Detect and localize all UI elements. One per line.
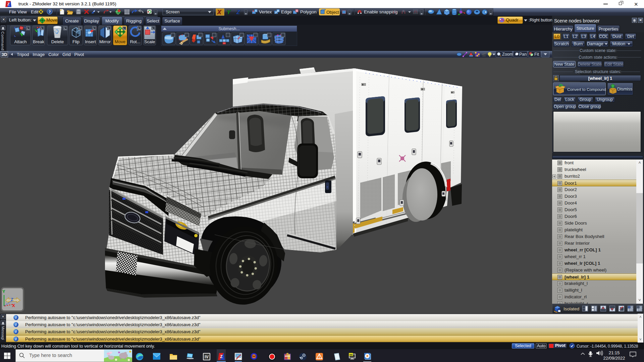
svg-text:Z: Z bbox=[236, 9, 240, 15]
svg-text:Zoom: Zoom bbox=[502, 52, 513, 57]
svg-text:IV: IV bbox=[205, 355, 208, 359]
svg-text:Vertex: Vertex bbox=[259, 9, 272, 14]
svg-text:Z: Z bbox=[7, 2, 10, 6]
svg-text:Polygon: Polygon bbox=[300, 9, 317, 14]
svg-text:?: ? bbox=[49, 10, 51, 14]
svg-text:Enable snapping: Enable snapping bbox=[364, 9, 398, 14]
svg-text:Pan: Pan bbox=[519, 52, 527, 57]
svg-text:Edge: Edge bbox=[281, 9, 292, 14]
svg-text:Y: Y bbox=[227, 9, 231, 15]
svg-text:Isolated: Isolated bbox=[564, 306, 579, 311]
svg-text:Z: Z bbox=[220, 354, 222, 359]
svg-text:X: X bbox=[12, 303, 15, 308]
svg-text:99: 99 bbox=[350, 353, 353, 356]
svg-text:rr: rr bbox=[327, 186, 328, 188]
svg-text:Object: Object bbox=[326, 10, 339, 15]
svg-text:Y: Y bbox=[2, 289, 5, 294]
svg-text:X: X bbox=[217, 9, 222, 15]
svg-text:+: + bbox=[628, 306, 630, 309]
svg-text:22/09/2022: 22/09/2022 bbox=[603, 356, 625, 361]
svg-text:Screen: Screen bbox=[166, 9, 179, 14]
svg-text:Fit: Fit bbox=[534, 52, 539, 57]
svg-text:21:15: 21:15 bbox=[609, 350, 620, 355]
